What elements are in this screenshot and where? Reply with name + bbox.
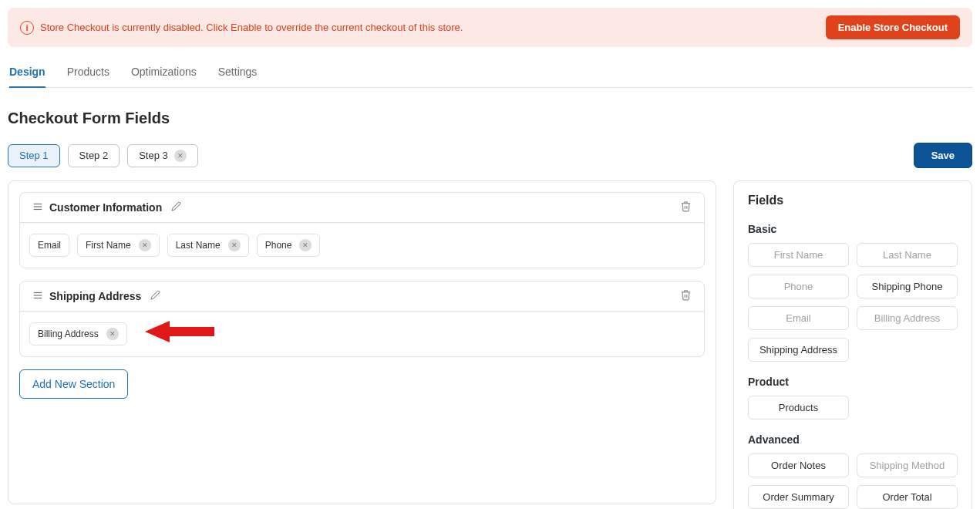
section-body: Billing Address ✕	[20, 312, 704, 356]
step-1-label: Step 1	[19, 150, 49, 161]
remove-field-icon[interactable]: ✕	[299, 239, 312, 251]
step-2-button[interactable]: Step 2	[68, 144, 120, 167]
drag-handle-icon[interactable]	[32, 201, 43, 214]
arrow-annotation-icon	[145, 318, 214, 346]
remove-field-icon[interactable]: ✕	[106, 328, 119, 340]
section-shipping-address: Shipping Address Billing Address ✕	[19, 281, 705, 357]
svg-marker-6	[145, 321, 214, 342]
group-advanced: Order Notes Shipping Method Order Summar…	[748, 453, 958, 509]
save-button[interactable]: Save	[914, 143, 972, 168]
main-tabs: Design Products Optimizations Settings	[8, 61, 972, 88]
field-label: Phone	[265, 240, 292, 251]
section-customer-information: Customer Information Email First Name	[19, 192, 705, 268]
group-label-basic: Basic	[748, 223, 958, 235]
field-order-summary[interactable]: Order Summary	[748, 485, 849, 509]
field-chip-email[interactable]: Email	[29, 234, 69, 257]
layout: Customer Information Email First Name	[8, 180, 972, 509]
field-shipping-phone[interactable]: Shipping Phone	[857, 275, 958, 298]
field-shipping-address[interactable]: Shipping Address	[748, 338, 849, 362]
group-basic: First Name Last Name Phone Shipping Phon…	[748, 243, 958, 362]
section-body: Email First Name ✕ Last Name ✕ Phone ✕	[20, 223, 704, 268]
group-product: Products	[748, 396, 958, 420]
form-sections-panel: Customer Information Email First Name	[8, 180, 716, 504]
main-column: Customer Information Email First Name	[8, 180, 716, 509]
step-3-label: Step 3	[139, 150, 168, 161]
step-3-remove-icon[interactable]: ✕	[174, 150, 187, 162]
sidebar-title: Fields	[748, 194, 958, 207]
pencil-icon[interactable]	[171, 201, 181, 214]
field-chip-first-name[interactable]: First Name ✕	[77, 234, 160, 257]
add-new-section-button[interactable]: Add New Section	[19, 369, 128, 399]
sidebar-column: Fields Basic First Name Last Name Phone …	[733, 180, 972, 509]
field-first-name[interactable]: First Name	[748, 243, 849, 267]
page-title: Checkout Form Fields	[8, 110, 972, 127]
field-shipping-method[interactable]: Shipping Method	[857, 453, 958, 477]
field-order-notes[interactable]: Order Notes	[748, 453, 849, 477]
steps-list: Step 1 Step 2 Step 3 ✕	[8, 144, 198, 167]
remove-field-icon[interactable]: ✕	[228, 239, 241, 251]
drag-handle-icon[interactable]	[32, 290, 43, 303]
alert-banner: i Store Checkout is currently disabled. …	[8, 8, 972, 47]
step-3-button[interactable]: Step 3 ✕	[127, 144, 198, 167]
field-billing-address[interactable]: Billing Address	[857, 306, 958, 330]
field-order-total[interactable]: Order Total	[857, 485, 958, 509]
tab-settings[interactable]: Settings	[218, 61, 258, 87]
section-header: Customer Information	[20, 193, 704, 223]
group-label-product: Product	[748, 376, 958, 388]
field-label: First Name	[86, 240, 131, 251]
field-label: Billing Address	[38, 329, 99, 339]
pencil-icon[interactable]	[150, 290, 160, 302]
field-email[interactable]: Email	[748, 306, 849, 330]
fields-panel: Fields Basic First Name Last Name Phone …	[733, 180, 972, 509]
field-products[interactable]: Products	[748, 396, 849, 420]
field-label: Last Name	[176, 240, 221, 251]
step-1-button[interactable]: Step 1	[8, 144, 60, 167]
trash-icon[interactable]	[680, 201, 692, 214]
tab-optimizations[interactable]: Optimizations	[131, 61, 197, 87]
section-title: Shipping Address	[49, 290, 141, 302]
section-title: Customer Information	[49, 201, 162, 214]
tab-design[interactable]: Design	[9, 61, 45, 87]
section-header: Shipping Address	[20, 281, 704, 312]
field-chip-billing-address[interactable]: Billing Address ✕	[29, 322, 127, 346]
tab-products[interactable]: Products	[67, 61, 109, 87]
info-icon: i	[20, 21, 34, 35]
field-phone[interactable]: Phone	[748, 275, 849, 298]
trash-icon[interactable]	[680, 289, 692, 303]
remove-field-icon[interactable]: ✕	[139, 239, 151, 251]
steps-row: Step 1 Step 2 Step 3 ✕ Save	[8, 143, 972, 168]
enable-store-checkout-button[interactable]: Enable Store Checkout	[826, 15, 960, 39]
field-label: Email	[38, 240, 61, 251]
group-label-advanced: Advanced	[748, 433, 958, 446]
alert-text: Store Checkout is currently disabled. Cl…	[40, 22, 463, 33]
step-2-label: Step 2	[79, 150, 109, 161]
field-last-name[interactable]: Last Name	[857, 243, 958, 267]
field-chip-last-name[interactable]: Last Name ✕	[167, 234, 249, 257]
alert-left: i Store Checkout is currently disabled. …	[20, 21, 463, 35]
field-chip-phone[interactable]: Phone ✕	[257, 234, 321, 257]
